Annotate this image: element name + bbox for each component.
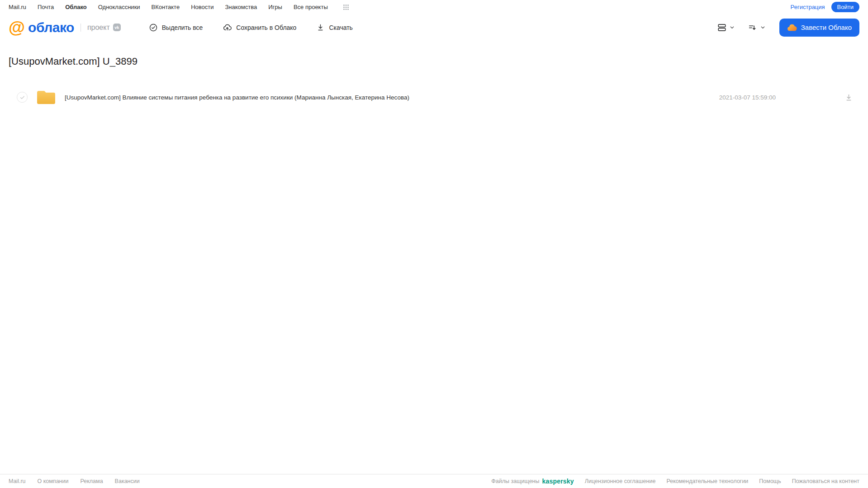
cloud-upload-icon	[223, 23, 232, 32]
cloud-logo[interactable]: @ облако проект vk	[9, 19, 121, 36]
view-mode-dropdown[interactable]	[717, 23, 735, 33]
portal-link-oblako[interactable]: Облако	[65, 4, 87, 10]
footer-link-help[interactable]: Помощь	[759, 478, 781, 484]
file-row[interactable]: [UsupovMarket.com] Влияние системы питан…	[9, 86, 859, 108]
cloud-logo-text: облако	[28, 20, 74, 35]
chevron-down-icon	[760, 24, 766, 30]
save-to-cloud-label: Сохранить в Облако	[236, 24, 296, 31]
footer-link-ads[interactable]: Реклама	[80, 478, 103, 484]
kaspersky-logo[interactable]: kaspersky	[542, 478, 574, 485]
mailru-at-icon: @	[9, 19, 25, 36]
folder-icon	[36, 90, 56, 105]
portal-links: Mail.ru Почта Облако Одноклассники ВКонт…	[9, 4, 349, 10]
footer-left-links: Mail.ru О компании Реклама Вакансии	[9, 478, 140, 484]
footer-link-jobs[interactable]: Вакансии	[115, 478, 140, 484]
row-download-icon[interactable]	[844, 93, 853, 102]
login-button[interactable]: Войти	[831, 2, 859, 12]
footer-link-report-content[interactable]: Пожаловаться на контент	[792, 478, 859, 484]
footer-link-mailru[interactable]: Mail.ru	[9, 478, 26, 484]
footer-link-recommendation-tech[interactable]: Рекомендательные технологии	[666, 478, 748, 484]
download-button[interactable]: Скачать	[316, 23, 353, 32]
footer-link-company[interactable]: О компании	[38, 478, 69, 484]
select-all-label: Выделить все	[162, 24, 203, 31]
project-label: проект	[87, 24, 110, 32]
view-controls: Завести Облако	[717, 19, 859, 37]
file-toolbar: Выделить все Сохранить в Облако Скача	[149, 23, 353, 32]
kaspersky-protected-label: Файлы защищены	[491, 478, 539, 484]
check-circle-icon	[149, 23, 158, 32]
portal-topbar: Mail.ru Почта Облако Одноклассники ВКонт…	[0, 0, 868, 14]
vk-icon: vk	[113, 24, 121, 31]
portal-link-igry[interactable]: Игры	[268, 4, 282, 10]
auth-controls: Регистрация Войти	[791, 2, 859, 12]
kaspersky-protected: Файлы защищены kaspersky	[491, 478, 574, 485]
download-icon	[316, 23, 325, 32]
create-cloud-label: Завести Облако	[801, 24, 852, 31]
portal-link-vse-proekty[interactable]: Все проекты	[294, 4, 328, 10]
project-vk-chip: проект vk	[81, 24, 121, 32]
sort-dropdown[interactable]	[748, 23, 766, 33]
footer-right-links: Файлы защищены kaspersky Лицензионное со…	[491, 478, 859, 485]
file-name[interactable]: [UsupovMarket.com] Влияние системы питан…	[65, 94, 409, 101]
file-date: 2021-03-07 15:59:00	[719, 94, 776, 101]
chevron-down-icon	[729, 24, 735, 30]
sort-icon	[748, 23, 758, 33]
footer-link-license[interactable]: Лицензионное соглашение	[585, 478, 656, 484]
file-list: [UsupovMarket.com] Влияние системы питан…	[9, 86, 859, 108]
portal-link-odnoklassniki[interactable]: Одноклассники	[98, 4, 140, 10]
page-footer: Mail.ru О компании Реклама Вакансии Файл…	[0, 474, 868, 488]
cloud-header: @ облако проект vk Выделить все	[0, 14, 868, 41]
list-view-icon	[717, 23, 727, 33]
registration-link[interactable]: Регистрация	[791, 4, 825, 10]
page-title: [UsupovMarket.com] U_3899	[9, 56, 859, 67]
portal-link-novosti[interactable]: Новости	[191, 4, 213, 10]
portal-link-vkontakte[interactable]: ВКонтакте	[152, 4, 180, 10]
portal-link-znakomstva[interactable]: Знакомства	[225, 4, 257, 10]
mailru-cloud-page: Mail.ru Почта Облако Одноклассники ВКонт…	[0, 0, 868, 488]
create-cloud-button[interactable]: Завести Облако	[779, 19, 859, 37]
apps-grid-icon[interactable]	[343, 4, 349, 10]
save-to-cloud-button[interactable]: Сохранить в Облако	[223, 23, 296, 32]
select-all-button[interactable]: Выделить все	[149, 23, 203, 32]
portal-link-mailru[interactable]: Mail.ru	[9, 4, 26, 10]
main-content: [UsupovMarket.com] U_3899	[0, 41, 868, 474]
portal-link-pochta[interactable]: Почта	[38, 4, 54, 10]
download-label: Скачать	[329, 24, 353, 31]
row-checkbox[interactable]	[17, 92, 28, 103]
cloud-icon	[787, 24, 797, 32]
